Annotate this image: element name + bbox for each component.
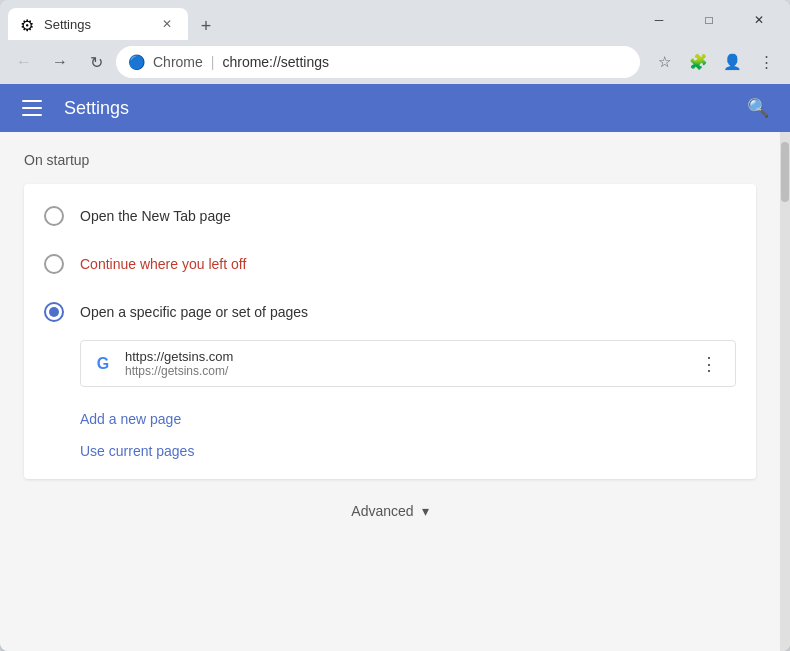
close-button[interactable]: ✕: [736, 4, 782, 36]
maximize-button[interactable]: □: [686, 4, 732, 36]
radio-option-continue[interactable]: Continue where you left off: [24, 240, 756, 288]
new-tab-button[interactable]: +: [192, 12, 220, 40]
minimize-button[interactable]: ─: [636, 4, 682, 36]
url-more-button[interactable]: ⋮: [695, 350, 723, 378]
radio-label-continue: Continue where you left off: [80, 256, 246, 272]
back-button[interactable]: ←: [8, 46, 40, 78]
url-main: https://getsins.com: [125, 349, 683, 364]
on-startup-title: On startup: [24, 152, 756, 168]
startup-links: Add a new page Use current pages: [24, 399, 756, 471]
menu-button[interactable]: ⋮: [750, 46, 782, 78]
settings-header-title: Settings: [64, 98, 742, 119]
browser-window: ⚙ Settings ✕ + ─ □ ✕ ← → ↻ 🔵 Chrome | ch…: [0, 0, 790, 651]
tab-close-button[interactable]: ✕: [158, 15, 176, 33]
advanced-label: Advanced: [351, 503, 413, 519]
tab-area: ⚙ Settings ✕ +: [8, 0, 632, 40]
radio-option-new-tab[interactable]: Open the New Tab page: [24, 192, 756, 240]
search-settings-button[interactable]: 🔍: [742, 92, 774, 124]
use-current-pages-link[interactable]: Use current pages: [80, 439, 736, 463]
radio-option-specific-page[interactable]: Open a specific page or set of pages: [24, 288, 756, 336]
url-entry-item: G https://getsins.com https://getsins.co…: [80, 340, 736, 387]
scrollbar[interactable]: [780, 132, 790, 651]
lock-icon: 🔵: [128, 54, 145, 70]
url-sub: https://getsins.com/: [125, 364, 683, 378]
radio-circle-specific-page[interactable]: [44, 302, 64, 322]
url-entries: G https://getsins.com https://getsins.co…: [24, 336, 756, 399]
forward-button[interactable]: →: [44, 46, 76, 78]
hamburger-menu-button[interactable]: [16, 92, 48, 124]
chevron-down-icon: ▾: [422, 503, 429, 519]
titlebar: ⚙ Settings ✕ + ─ □ ✕: [0, 0, 790, 40]
tab-favicon: ⚙: [20, 16, 36, 32]
main-content: On startup Open the New Tab page Continu…: [0, 132, 790, 651]
address-separator: |: [211, 54, 215, 70]
google-g-letter: G: [97, 355, 109, 373]
refresh-button[interactable]: ↻: [80, 46, 112, 78]
navbar: ← → ↻ 🔵 Chrome | chrome://settings ☆ 🧩 👤…: [0, 40, 790, 84]
address-brand: Chrome: [153, 54, 203, 70]
radio-circle-continue[interactable]: [44, 254, 64, 274]
add-new-page-link[interactable]: Add a new page: [80, 407, 736, 431]
bookmark-button[interactable]: ☆: [648, 46, 680, 78]
tab-title: Settings: [44, 17, 150, 32]
scrollbar-thumb[interactable]: [781, 142, 789, 202]
advanced-section[interactable]: Advanced ▾: [24, 479, 756, 543]
radio-circle-new-tab[interactable]: [44, 206, 64, 226]
url-info: https://getsins.com https://getsins.com/: [125, 349, 683, 378]
extensions-button[interactable]: 🧩: [682, 46, 714, 78]
address-bar[interactable]: 🔵 Chrome | chrome://settings: [116, 46, 640, 78]
settings-tab[interactable]: ⚙ Settings ✕: [8, 8, 188, 40]
hamburger-line: [22, 107, 42, 109]
settings-header: Settings 🔍: [0, 84, 790, 132]
nav-actions: ☆ 🧩 👤 ⋮: [648, 46, 782, 78]
profile-button[interactable]: 👤: [716, 46, 748, 78]
hamburger-line: [22, 114, 42, 116]
address-url: chrome://settings: [222, 54, 329, 70]
hamburger-line: [22, 100, 42, 102]
window-controls: ─ □ ✕: [636, 4, 782, 36]
google-icon: G: [93, 354, 113, 374]
radio-label-new-tab: Open the New Tab page: [80, 208, 231, 224]
content-area: On startup Open the New Tab page Continu…: [0, 132, 780, 651]
startup-card: Open the New Tab page Continue where you…: [24, 184, 756, 479]
radio-label-specific-page: Open a specific page or set of pages: [80, 304, 308, 320]
